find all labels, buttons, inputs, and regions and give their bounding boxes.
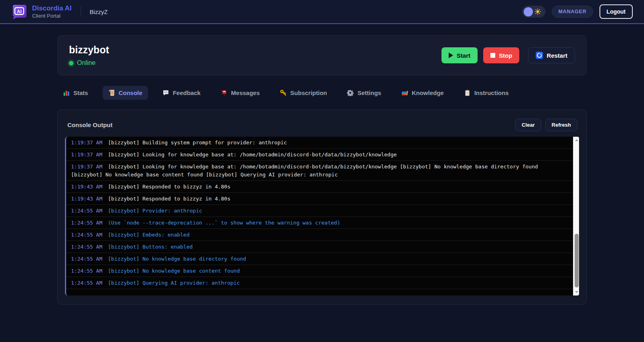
restart-button[interactable]: Restart: [528, 47, 575, 63]
tab-label: Instructions: [474, 89, 509, 96]
books-icon: [401, 89, 408, 96]
refresh-icon: [536, 52, 543, 59]
log-timestamp: 1:24:55 AM: [71, 280, 102, 286]
online-status-dot: [69, 61, 73, 65]
gear-icon: [347, 89, 354, 96]
log-row: 1:24:55 AM[bizzybot] No knowledge base c…: [66, 265, 573, 277]
log-message: [bizzybot] Responded to bizzyz in 4.80s: [108, 196, 230, 202]
bot-name-title: bizzybot: [69, 44, 109, 56]
log-row: 1:24:55 AM[bizzybot] Provider: anthropic: [66, 205, 573, 217]
logout-button[interactable]: Logout: [599, 4, 633, 19]
scrollbar-down-arrow[interactable]: [573, 289, 579, 295]
tab-label: Settings: [357, 89, 381, 96]
log-message: [bizzybot] Looking for knowledge base at…: [71, 164, 538, 178]
console-output: 1:19:37 AM[bizzybot] Building system pro…: [65, 137, 579, 295]
log-timestamp: 1:19:37 AM: [71, 140, 102, 146]
clipboard-icon: [464, 89, 471, 96]
log-message: [bizzybot] Responded to bizzyz in 4.80s: [108, 184, 230, 190]
log-row: 1:19:37 AM[bizzybot] Looking for knowled…: [66, 161, 573, 181]
log-message: [bizzybot] Embeds: enabled: [108, 232, 190, 238]
tab-feedback[interactable]: Feedback: [157, 86, 206, 100]
tab-label: Knowledge: [412, 89, 444, 96]
role-badge: MANAGER: [552, 6, 593, 18]
log-row: 1:24:55 AM[bizzybot] No knowledge base d…: [66, 253, 573, 265]
stop-button[interactable]: Stop: [483, 47, 519, 63]
scroll-icon: [108, 89, 115, 96]
log-timestamp: 1:19:37 AM: [71, 164, 102, 170]
console-log-list: 1:19:37 AM[bizzybot] Building system pro…: [66, 137, 579, 295]
nav-bot-name: BizzyZ: [90, 8, 108, 15]
log-row: 1:24:55 AM[bizzybot] Embeds: enabled: [66, 229, 573, 241]
bot-status: Online: [69, 59, 109, 67]
key-icon: [280, 89, 287, 96]
log-timestamp: 1:24:55 AM: [71, 220, 102, 226]
scrollbar-up-arrow[interactable]: [573, 137, 579, 143]
postbox-icon: [221, 89, 227, 96]
console-output-title: Console Output: [67, 121, 113, 128]
log-message: [bizzybot] No knowledge base directory f…: [108, 256, 246, 262]
top-navbar: AI Discordia AI Client Portal BizzyZ MAN…: [0, 0, 644, 24]
tab-label: Console: [119, 89, 142, 96]
refresh-button[interactable]: Refresh: [545, 119, 577, 131]
tab-label: Subscription: [290, 89, 327, 96]
tab-label: Messages: [231, 89, 260, 96]
brand-title: Discordia AI: [32, 4, 72, 12]
theme-toggle[interactable]: [522, 6, 545, 18]
log-timestamp: 1:19:43 AM: [71, 184, 102, 190]
scrollbar-thumb[interactable]: [575, 234, 579, 288]
nav-divider: [81, 6, 81, 17]
log-timestamp: 1:19:43 AM: [71, 196, 102, 202]
tab-settings[interactable]: Settings: [341, 86, 387, 100]
tab-console[interactable]: Console: [103, 86, 148, 100]
log-message: [bizzybot] Querying AI provider: anthrop…: [108, 280, 240, 286]
start-button[interactable]: Start: [441, 47, 478, 63]
bot-card: bizzybot Online Start Stop Rest: [57, 35, 587, 75]
tab-bar: StatsConsoleFeedbackMessagesSubscription…: [57, 86, 587, 100]
log-row: 1:24:55 AM[bizzybot] Buttons: enabled: [66, 241, 573, 253]
log-timestamp: 1:24:55 AM: [71, 268, 102, 274]
bar-chart-icon: [63, 89, 70, 96]
tab-label: Feedback: [173, 89, 200, 96]
log-message: [bizzybot] Buttons: enabled: [108, 244, 192, 250]
tab-stats[interactable]: Stats: [57, 86, 94, 100]
brand-subtitle: Client Portal: [32, 13, 72, 19]
tab-subscription[interactable]: Subscription: [274, 86, 333, 100]
toggle-knob-icon: [524, 7, 533, 16]
log-timestamp: 1:19:37 AM: [71, 152, 102, 158]
log-row: 1:24:55 AM[bizzybot] Querying AI provide…: [66, 277, 573, 289]
tab-instructions[interactable]: Instructions: [458, 86, 514, 100]
log-timestamp: 1:24:55 AM: [71, 232, 102, 238]
log-message: [bizzybot] Building system prompt for pr…: [108, 140, 287, 146]
log-row: 1:19:43 AM[bizzybot] Responded to bizzyz…: [66, 181, 573, 193]
brand: AI Discordia AI Client Portal: [11, 4, 72, 20]
stop-button-label: Stop: [499, 52, 512, 59]
start-button-label: Start: [457, 52, 470, 59]
status-text: Online: [77, 59, 95, 67]
sun-icon: [535, 8, 541, 15]
speech-balloon-icon: [162, 89, 169, 96]
clear-button[interactable]: Clear: [515, 119, 541, 131]
log-row: 1:24:55 AM(Use `node --trace-deprecation…: [66, 217, 573, 229]
log-message: [bizzybot] Provider: anthropic: [108, 208, 202, 214]
discordia-ai-logo-icon: AI: [11, 4, 27, 20]
restart-button-label: Restart: [547, 52, 567, 59]
log-row: 1:19:37 AM[bizzybot] Building system pro…: [66, 137, 573, 149]
tab-messages[interactable]: Messages: [215, 86, 265, 100]
log-timestamp: 1:24:55 AM: [71, 244, 102, 250]
log-row: 1:19:37 AM[bizzybot] Looking for knowled…: [66, 149, 573, 161]
stop-square-icon: [490, 53, 495, 58]
svg-text:AI: AI: [17, 9, 22, 14]
log-message: (Use `node --trace-deprecation ...` to s…: [108, 220, 340, 226]
log-row: 1:19:43 AM[bizzybot] Responded to bizzyz…: [66, 193, 573, 205]
console-card: Console Output Clear Refresh 1:19:37 AM[…: [57, 109, 587, 305]
play-icon: [449, 53, 453, 58]
log-timestamp: 1:24:55 AM: [71, 256, 102, 262]
console-scrollbar[interactable]: [573, 137, 579, 295]
tab-knowledge[interactable]: Knowledge: [396, 86, 450, 100]
log-timestamp: 1:24:55 AM: [71, 208, 102, 214]
log-message: [bizzybot] Looking for knowledge base at…: [108, 152, 397, 158]
log-message: [bizzybot] No knowledge base content fou…: [108, 268, 240, 274]
tab-label: Stats: [73, 89, 88, 96]
